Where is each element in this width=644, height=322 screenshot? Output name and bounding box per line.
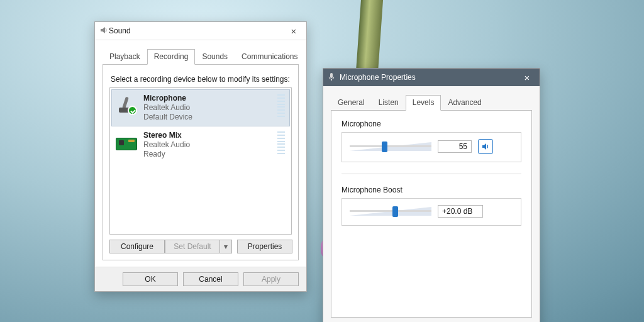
device-name: Microphone [143, 94, 270, 103]
microphone-boost-group: Microphone Boost +20.0 dB [341, 186, 521, 226]
tab-listen[interactable]: Listen [372, 95, 406, 111]
apply-button[interactable]: Apply [243, 272, 299, 286]
tab-sounds[interactable]: Sounds [195, 49, 235, 65]
microphone-icon [116, 94, 137, 115]
instruction-text: Select a recording device below to modif… [111, 75, 292, 84]
device-stereo-mix[interactable]: Stereo Mix Realtek Audio Ready [111, 126, 290, 164]
sound-icon [99, 25, 109, 37]
tab-advanced[interactable]: Advanced [441, 95, 488, 111]
sound-tabs: Playback Recording Sounds Communications [103, 49, 299, 65]
mute-button[interactable] [478, 139, 493, 154]
props-title: Microphone Properties [340, 73, 518, 82]
level-meter [277, 94, 286, 118]
device-status: Default Device [143, 113, 270, 122]
soundcard-icon [116, 131, 137, 152]
tab-levels[interactable]: Levels [406, 95, 441, 111]
sound-titlebar[interactable]: Sound × [95, 22, 306, 40]
props-tabs: General Listen Levels Advanced [331, 95, 532, 111]
set-default-label[interactable]: Set Default [165, 240, 219, 253]
close-icon[interactable]: × [518, 72, 536, 83]
tab-communications[interactable]: Communications [235, 49, 304, 65]
level-meter [277, 131, 286, 155]
microphone-boost-value[interactable]: +20.0 dB [438, 205, 483, 218]
device-driver: Realtek Audio [143, 103, 270, 113]
close-icon[interactable]: × [285, 26, 303, 36]
svg-rect-0 [330, 73, 333, 78]
svg-rect-1 [331, 79, 332, 80]
cancel-button[interactable]: Cancel [183, 272, 238, 286]
microphone-boost-slider[interactable] [350, 207, 431, 216]
device-status: Ready [143, 150, 270, 159]
microphone-level-label: Microphone [341, 119, 521, 128]
tab-general[interactable]: General [331, 95, 372, 111]
props-titlebar[interactable]: Microphone Properties × [323, 69, 540, 86]
mic-properties-dialog: Microphone Properties × General Listen L… [323, 68, 540, 322]
device-name: Stereo Mix [143, 131, 270, 140]
microphone-icon [327, 72, 336, 83]
tab-playback[interactable]: Playback [103, 49, 147, 65]
sound-dialog: Sound × Playback Recording Sounds Commun… [94, 21, 307, 292]
set-default-button[interactable]: Set Default ▾ [165, 240, 232, 253]
configure-button[interactable]: Configure [109, 240, 165, 253]
properties-button[interactable]: Properties [237, 240, 292, 253]
speaker-icon [481, 142, 490, 151]
sound-title: Sound [109, 26, 285, 35]
device-microphone[interactable]: Microphone Realtek Audio Default Device [111, 89, 290, 126]
microphone-boost-label: Microphone Boost [341, 186, 521, 194]
microphone-level-slider[interactable] [350, 142, 431, 151]
default-check-icon [128, 106, 137, 115]
ok-button[interactable]: OK [123, 272, 178, 286]
divider [341, 174, 521, 174]
device-driver: Realtek Audio [143, 140, 270, 150]
device-list[interactable]: Microphone Realtek Audio Default Device … [109, 87, 292, 235]
microphone-level-group: Microphone 55 [341, 119, 521, 162]
microphone-level-value[interactable]: 55 [438, 140, 472, 153]
tab-recording[interactable]: Recording [147, 49, 196, 65]
chevron-down-icon[interactable]: ▾ [219, 240, 232, 253]
